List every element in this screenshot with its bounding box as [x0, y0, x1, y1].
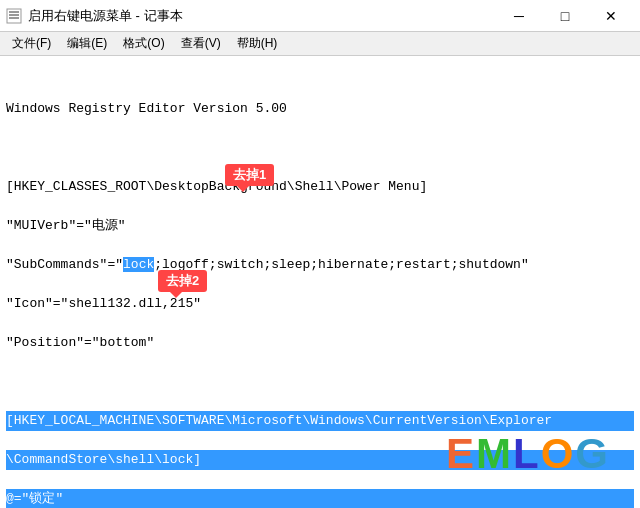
menu-item[interactable]: 查看(V) — [173, 33, 229, 54]
window-title: 启用右键电源菜单 - 记事本 — [28, 7, 496, 25]
editor-line — [6, 372, 634, 392]
editor-line: "MUIVerb"="电源" — [6, 216, 634, 236]
editor-line: [HKEY_CLASSES_ROOT\DesktopBackground\She… — [6, 177, 634, 197]
svg-rect-0 — [7, 9, 21, 23]
editor-line: [HKEY_LOCAL_MACHINE\SOFTWARE\Microsoft\W… — [6, 411, 634, 431]
editor-line: "Icon"="shell132.dll,215" — [6, 294, 634, 314]
annotation-1: 去掉1 — [225, 164, 274, 186]
minimize-button[interactable]: ─ — [496, 2, 542, 30]
editor-content[interactable]: Windows Registry Editor Version 5.00 [HK… — [0, 56, 640, 508]
menu-item[interactable]: 文件(F) — [4, 33, 59, 54]
menu-bar: 文件(F)编辑(E)格式(O)查看(V)帮助(H) — [0, 32, 640, 56]
app-window: 启用右键电源菜单 - 记事本 ─ □ ✕ 文件(F)编辑(E)格式(O)查看(V… — [0, 0, 640, 508]
menu-item[interactable]: 帮助(H) — [229, 33, 286, 54]
maximize-button[interactable]: □ — [542, 2, 588, 30]
editor-line: "SubCommands"="lock;logoff;switch;sleep;… — [6, 255, 634, 275]
editor-line: Windows Registry Editor Version 5.00 — [6, 99, 634, 119]
menu-item[interactable]: 编辑(E) — [59, 33, 115, 54]
editor-container: Windows Registry Editor Version 5.00 [HK… — [0, 56, 640, 508]
app-icon — [6, 8, 22, 24]
editor-line: @="锁定" — [6, 489, 634, 508]
editor-line: "Position"="bottom" — [6, 333, 634, 353]
window-controls: ─ □ ✕ — [496, 2, 634, 30]
annotation-2: 去掉2 — [158, 270, 207, 292]
editor-line: \CommandStore\shell\lock] — [6, 450, 634, 470]
editor-line — [6, 138, 634, 158]
menu-item[interactable]: 格式(O) — [115, 33, 172, 54]
title-bar: 启用右键电源菜单 - 记事本 ─ □ ✕ — [0, 0, 640, 32]
close-button[interactable]: ✕ — [588, 2, 634, 30]
